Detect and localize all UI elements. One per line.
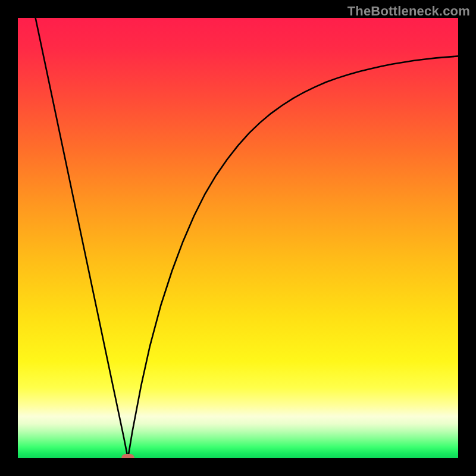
- curve-layer: [18, 18, 458, 458]
- chart-frame: TheBottleneck.com: [0, 0, 476, 476]
- watermark-text: TheBottleneck.com: [347, 4, 470, 19]
- bottleneck-curve: [36, 18, 458, 458]
- optimum-marker: [121, 454, 134, 458]
- plot-area: [18, 18, 458, 458]
